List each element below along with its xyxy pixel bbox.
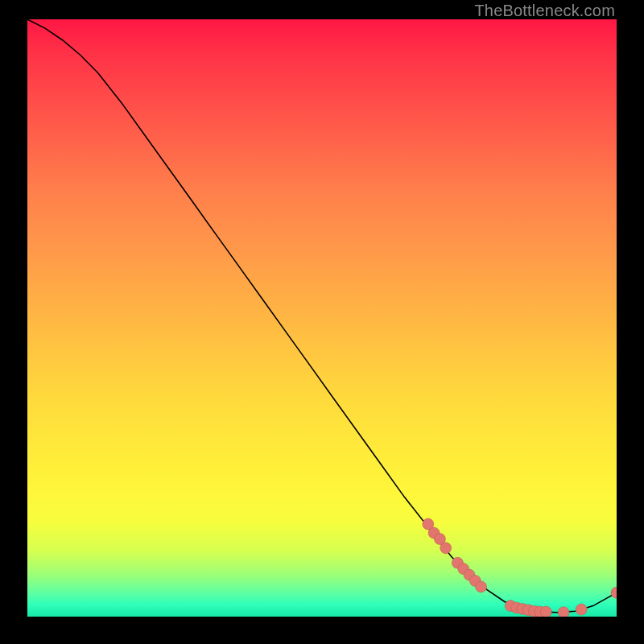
data-marker [476, 581, 487, 592]
data-markers [423, 518, 617, 617]
watermark-text: TheBottleneck.com [474, 2, 615, 20]
curve-line [27, 19, 617, 613]
chart-svg [27, 19, 617, 617]
data-marker [611, 587, 617, 598]
data-marker [558, 607, 569, 617]
data-marker [540, 606, 551, 617]
data-marker [576, 604, 587, 615]
data-marker [440, 543, 452, 554]
